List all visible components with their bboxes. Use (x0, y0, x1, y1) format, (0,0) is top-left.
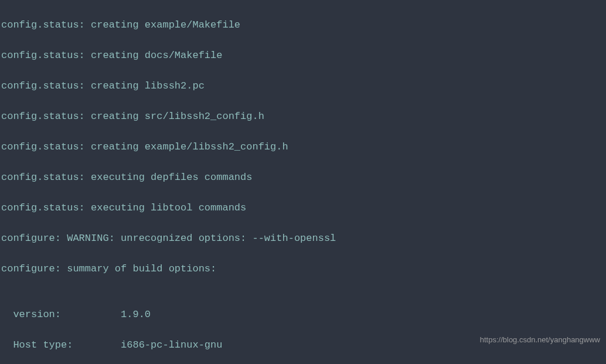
output-line: config.status: executing depfiles comman… (1, 170, 605, 185)
output-line: configure: WARNING: unrecognized options… (1, 231, 605, 246)
output-line: configure: summary of build options: (1, 261, 605, 277)
output-line: config.status: creating libssh2.pc (1, 79, 605, 94)
terminal-output[interactable]: config.status: creating example/Makefile… (1, 2, 605, 364)
output-line: version: 1.9.0 (1, 307, 605, 322)
output-line: config.status: creating docs/Makefile (1, 48, 605, 63)
output-line: config.status: creating example/libssh2_… (1, 140, 605, 155)
output-line: config.status: creating example/Makefile (1, 18, 605, 33)
watermark-text: https://blog.csdn.net/yanghangwww (480, 332, 600, 348)
output-line: config.status: executing libtool command… (1, 200, 605, 216)
output-line: config.status: creating src/libssh2_conf… (1, 109, 605, 124)
